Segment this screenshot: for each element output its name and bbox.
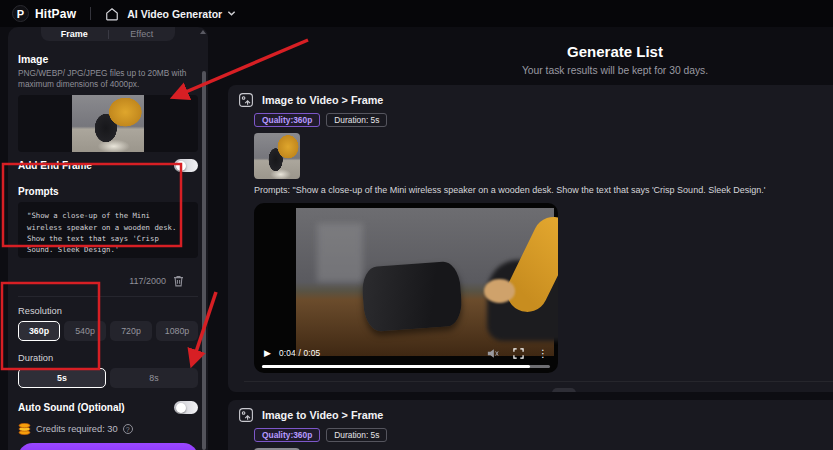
topbar-divider xyxy=(90,7,91,20)
volume-muted-icon[interactable] xyxy=(487,348,499,359)
video-progress-fill xyxy=(262,365,530,368)
chevron-down-icon[interactable] xyxy=(227,9,236,18)
image-to-video-icon xyxy=(238,92,254,108)
hand-shape xyxy=(484,279,515,303)
speaker-shape xyxy=(361,261,463,333)
duration-8s[interactable]: 8s xyxy=(110,368,198,388)
video-controls: ▶ 0:04 / 0:05 ⋮ xyxy=(254,344,558,362)
task-card: Image to Video > Frame Quality:360p Dura… xyxy=(228,400,833,450)
topbar: P HitPaw AI Video Generator xyxy=(0,0,833,27)
tab-frame[interactable]: Frame xyxy=(41,29,108,39)
trash-icon[interactable] xyxy=(173,275,184,287)
home-icon[interactable] xyxy=(105,7,119,21)
resolution-1080p[interactable]: 1080p xyxy=(156,321,198,341)
image-to-video-icon xyxy=(238,407,254,423)
generate-list-panel: Generate List Your task results will be … xyxy=(208,27,833,450)
scroll-up-arrow-icon[interactable] xyxy=(200,30,206,34)
info-icon[interactable]: ? xyxy=(123,424,133,434)
auto-sound-label: Auto Sound (Optional) xyxy=(18,402,125,413)
coins-icon xyxy=(18,423,31,435)
duration-badge: Duration: 5s xyxy=(326,428,387,442)
download-button[interactable] xyxy=(552,388,576,392)
page-title: Generate List xyxy=(228,43,833,60)
player-menu-icon[interactable]: ⋮ xyxy=(538,348,548,359)
fullscreen-icon[interactable] xyxy=(513,348,524,359)
add-end-frame-label: Add End Frame xyxy=(18,160,92,171)
resolution-label: Resolution xyxy=(18,306,198,316)
duration-options: 5s 8s xyxy=(18,368,198,388)
quality-badge: Quality:360p xyxy=(254,113,320,127)
video-player[interactable]: ▶ 0:04 / 0:05 ⋮ xyxy=(254,203,558,373)
video-progress-bar[interactable] xyxy=(262,365,550,368)
prompts-label: Prompts xyxy=(18,186,198,197)
generator-settings-panel: Frame Effect Image PNG/WEBP/ JPG/JPEG fi… xyxy=(8,27,208,450)
image-section-title: Image xyxy=(18,53,198,65)
tab-effect[interactable]: Effect xyxy=(109,29,176,39)
resolution-options: 360p 540p 720p 1080p xyxy=(18,321,198,341)
image-upload-hint: PNG/WEBP/ JPG/JPEG files up to 20MB with… xyxy=(18,68,198,90)
prompt-textarea[interactable]: "Show a close-up of the Mini wireless sp… xyxy=(18,202,198,258)
resolution-540p[interactable]: 540p xyxy=(64,321,106,341)
auto-sound-toggle[interactable] xyxy=(174,401,198,414)
brand-name: HitPaw xyxy=(35,7,76,21)
sidebar-scrollbar[interactable] xyxy=(202,71,206,450)
settings-divider xyxy=(18,296,198,297)
generate-button[interactable]: Generate xyxy=(18,443,198,450)
duration-label: Duration xyxy=(18,353,198,363)
duration-5s[interactable]: 5s xyxy=(18,368,106,388)
task-prompt-text: Prompts: "Show a close-up of the Mini wi… xyxy=(254,185,833,195)
source-image-thumbnail[interactable] xyxy=(254,133,300,179)
credits-required-label: Credits required: 30 xyxy=(36,424,118,434)
video-frame xyxy=(296,208,554,356)
play-icon[interactable]: ▶ xyxy=(264,348,271,358)
mode-tabbar: Frame Effect xyxy=(41,27,175,41)
resolution-720p[interactable]: 720p xyxy=(110,321,152,341)
image-upload-area[interactable] xyxy=(18,95,198,152)
uploaded-image-thumbnail[interactable] xyxy=(72,95,144,152)
task-type-label: Image to Video > Frame xyxy=(262,94,383,106)
source-image-art xyxy=(254,133,300,179)
task-type-label: Image to Video > Frame xyxy=(262,409,383,421)
hitpaw-logo-icon: P xyxy=(12,5,29,22)
background-blur-shape xyxy=(317,223,363,282)
app-switcher[interactable]: AI Video Generator xyxy=(127,8,222,20)
add-end-frame-toggle[interactable] xyxy=(174,159,198,172)
video-time: 0:04 / 0:05 xyxy=(279,348,320,358)
char-counter: 117/2000 xyxy=(129,276,166,286)
task-card: Image to Video > Frame Quality:360p Dura… xyxy=(228,85,833,392)
resolution-360p[interactable]: 360p xyxy=(18,321,60,341)
quality-badge: Quality:360p xyxy=(254,428,320,442)
duration-badge: Duration: 5s xyxy=(326,113,387,127)
page-subtitle: Your task results will be kept for 30 da… xyxy=(228,65,833,76)
